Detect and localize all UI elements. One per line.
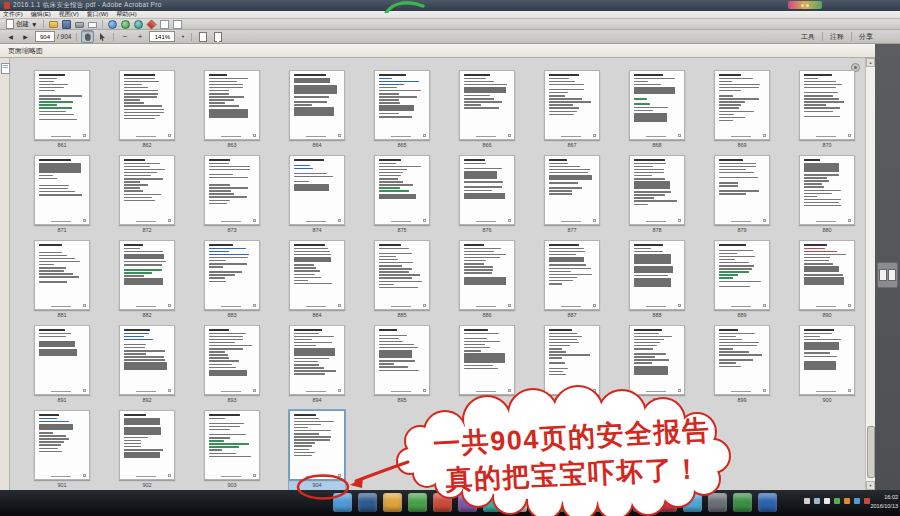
page-thumbnail-884[interactable]: 884 <box>289 240 345 324</box>
page-thumbnail-873[interactable]: 873 <box>204 155 260 239</box>
page-thumbnail-903[interactable]: 903 <box>204 410 260 490</box>
save-icon[interactable] <box>62 20 71 29</box>
page-thumbnail-871[interactable]: 871 <box>34 155 90 239</box>
tray-icon-4[interactable] <box>834 498 840 504</box>
page-thumbnail-863[interactable]: 863 <box>204 70 260 154</box>
page-thumbnail-869[interactable]: 869 <box>714 70 770 154</box>
panel-link-注释[interactable]: 注释 <box>823 32 851 42</box>
page-thumbnail-877[interactable]: 877 <box>544 155 600 239</box>
page-thumbnail-898[interactable]: 898 <box>629 325 685 409</box>
page-thumbnail-888[interactable]: 888 <box>629 240 685 324</box>
review-icon[interactable] <box>121 20 130 29</box>
taskbar-app-icon-15[interactable] <box>683 493 702 512</box>
taskbar-app-icon-1[interactable] <box>333 493 352 512</box>
page-thumbnail-861[interactable]: 861 <box>34 70 90 154</box>
scrollbar-thumb[interactable] <box>867 426 875 478</box>
panel-link-工具[interactable]: 工具 <box>794 32 822 42</box>
open-icon[interactable] <box>49 21 58 28</box>
menu-item[interactable]: 视图(V) <box>59 10 79 19</box>
page-thumbnail-879[interactable]: 879 <box>714 155 770 239</box>
page-thumbnail-885[interactable]: 885 <box>374 240 430 324</box>
menu-item[interactable]: 窗口(W) <box>87 10 109 19</box>
taskbar-app-icon-8[interactable] <box>508 493 527 512</box>
tray-icon-2[interactable] <box>814 498 820 504</box>
page-thumbnail-872[interactable]: 872 <box>119 155 175 239</box>
page-thumbnail-900[interactable]: 900 <box>799 325 855 409</box>
tray-icon-5[interactable] <box>844 498 850 504</box>
tray-icon-3[interactable] <box>824 498 830 504</box>
single-page-view-button[interactable] <box>196 30 209 43</box>
page-thumbnail-862[interactable]: 862 <box>119 70 175 154</box>
page-thumbnail-896[interactable]: 896 <box>459 325 515 409</box>
page-thumbnail-899[interactable]: 899 <box>714 325 770 409</box>
page-thumbnail-891[interactable]: 891 <box>34 325 90 409</box>
page-number-input[interactable] <box>35 31 55 42</box>
page-thumbnail-864[interactable]: 864 <box>289 70 345 154</box>
zoom-dropdown-button[interactable]: ▼ <box>178 30 187 43</box>
page-thumbnail-893[interactable]: 893 <box>204 325 260 409</box>
comment-icon[interactable] <box>147 19 157 29</box>
taskbar-app-icon-9[interactable] <box>533 493 552 512</box>
zoom-in-button[interactable]: + <box>133 30 146 43</box>
page-thumbnail-904[interactable]: 904 <box>289 410 345 490</box>
page-thumbnail-897[interactable]: 897 <box>544 325 600 409</box>
panel-link-分享[interactable]: 分享 <box>852 32 880 42</box>
email-icon[interactable] <box>88 22 97 28</box>
taskbar-app-icon-16[interactable] <box>708 493 727 512</box>
page-thumbnail-895[interactable]: 895 <box>374 325 430 409</box>
page-thumbnail-870[interactable]: 870 <box>799 70 855 154</box>
page-thumbnail-881[interactable]: 881 <box>34 240 90 324</box>
scrolling-view-button[interactable] <box>211 30 224 43</box>
menu-item[interactable]: 文件(F) <box>3 10 23 19</box>
taskbar-app-icon-14[interactable] <box>658 493 677 512</box>
taskbar-app-icon-10[interactable] <box>558 493 577 512</box>
print-icon[interactable] <box>75 22 84 28</box>
page-thumbnail-867[interactable]: 867 <box>544 70 600 154</box>
page-thumbnail-887[interactable]: 887 <box>544 240 600 324</box>
page-thumbnail-878[interactable]: 878 <box>629 155 685 239</box>
taskbar-clock[interactable]: 16:02 2016/10/13 <box>866 493 898 511</box>
hand-tool-button[interactable] <box>81 30 94 43</box>
page-thumbnail-866[interactable]: 866 <box>459 70 515 154</box>
taskbar-app-icon-11[interactable] <box>583 493 602 512</box>
taskbar-app-icon-2[interactable] <box>358 493 377 512</box>
page-thumbnail-874[interactable]: 874 <box>289 155 345 239</box>
taskbar-app-icon-7[interactable] <box>483 493 502 512</box>
page-thumbnail-883[interactable]: 883 <box>204 240 260 324</box>
page-thumbnail-894[interactable]: 894 <box>289 325 345 409</box>
menu-item[interactable]: 帮助(H) <box>116 10 136 19</box>
tray-icon-6[interactable] <box>854 498 860 504</box>
share-icon[interactable] <box>108 20 117 29</box>
page-thumbnail-882[interactable]: 882 <box>119 240 175 324</box>
taskbar-app-icon-17[interactable] <box>733 493 752 512</box>
page-thumbnail-902[interactable]: 902 <box>119 410 175 490</box>
taskbar-app-icon-13[interactable] <box>633 493 652 512</box>
page-thumbnail-886[interactable]: 886 <box>459 240 515 324</box>
taskbar-app-icon-5[interactable] <box>433 493 452 512</box>
page-thumbnail-892[interactable]: 892 <box>119 325 175 409</box>
page-thumbnail-889[interactable]: 889 <box>714 240 770 324</box>
taskbar-app-icon-18[interactable] <box>758 493 777 512</box>
page-thumbnail-865[interactable]: 865 <box>374 70 430 154</box>
taskbar-app-icon-6[interactable] <box>458 493 477 512</box>
select-tool-button[interactable] <box>96 30 109 43</box>
scroll-up-button[interactable]: ▲ <box>866 58 875 67</box>
collaborate-icon[interactable] <box>134 20 143 29</box>
scroll-down-button[interactable]: ▼ <box>866 481 875 490</box>
document-icon[interactable] <box>173 20 182 29</box>
zoom-out-button[interactable]: − <box>118 30 131 43</box>
taskbar-app-icon-12[interactable] <box>608 493 627 512</box>
page-thumbnails-tab-icon[interactable] <box>1 63 10 74</box>
tray-icon-1[interactable] <box>804 498 810 504</box>
page-thumbnail-880[interactable]: 880 <box>799 155 855 239</box>
vertical-scrollbar[interactable]: ▲ ▼ <box>865 58 875 490</box>
page-thumbnail-901[interactable]: 901 <box>34 410 90 490</box>
taskbar-app-icon-4[interactable] <box>408 493 427 512</box>
page-thumbnail-875[interactable]: 875 <box>374 155 430 239</box>
page-thumbnail-876[interactable]: 876 <box>459 155 515 239</box>
taskbar-app-icon-3[interactable] <box>383 493 402 512</box>
menu-item[interactable]: 编辑(E) <box>31 10 51 19</box>
attach-file-icon[interactable] <box>160 20 169 29</box>
create-pdf-button[interactable]: 创建 ▼ <box>3 20 40 29</box>
page-thumbnail-868[interactable]: 868 <box>629 70 685 154</box>
